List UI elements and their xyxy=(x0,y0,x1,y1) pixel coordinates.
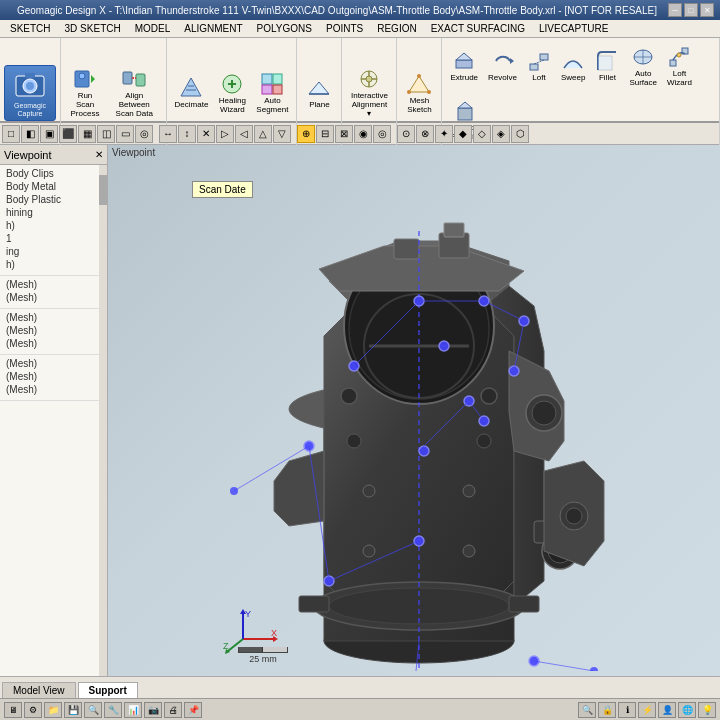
subtool-9[interactable]: ↔ xyxy=(159,125,177,143)
subtool-2[interactable]: ◧ xyxy=(21,125,39,143)
subtool-13[interactable]: ◁ xyxy=(235,125,253,143)
status-btn-11[interactable]: 🔍 xyxy=(578,702,596,718)
status-btn-14[interactable]: ⚡ xyxy=(638,702,656,718)
tree-item-mesh-4[interactable]: (Mesh) xyxy=(0,324,107,337)
status-btn-3[interactable]: 📁 xyxy=(44,702,62,718)
tree-item-1[interactable]: 1 xyxy=(0,232,107,245)
subtool-3[interactable]: ▣ xyxy=(40,125,58,143)
geomagic-capture-button[interactable]: GeomagicCapture xyxy=(4,65,56,121)
tree-item-mesh-5[interactable]: (Mesh) xyxy=(0,337,107,350)
plane-button[interactable]: Plane xyxy=(301,67,337,119)
status-btn-17[interactable]: 💡 xyxy=(698,702,716,718)
subtool-6[interactable]: ◫ xyxy=(97,125,115,143)
subtool-8[interactable]: ◎ xyxy=(135,125,153,143)
menu-item-points[interactable]: POINTS xyxy=(320,22,369,35)
tab-support[interactable]: Support xyxy=(78,682,138,698)
decimate-button[interactable]: Decimate xyxy=(171,67,213,119)
subtool-15[interactable]: ▽ xyxy=(273,125,291,143)
subtool-4[interactable]: ⬛ xyxy=(59,125,77,143)
tree-item-body-metal[interactable]: Body Metal xyxy=(0,180,107,193)
interactive-alignment-button[interactable]: InteractiveAlignment ▾ xyxy=(346,67,392,119)
tree-scrollbar[interactable] xyxy=(99,165,107,676)
tree-item-ing[interactable]: ing xyxy=(0,245,107,258)
status-btn-9[interactable]: 🖨 xyxy=(164,702,182,718)
subtool-19[interactable]: ◉ xyxy=(354,125,372,143)
tree-item-mesh-7[interactable]: (Mesh) xyxy=(0,370,107,383)
subtool-18[interactable]: ⊠ xyxy=(335,125,353,143)
status-btn-5[interactable]: 🔍 xyxy=(84,702,102,718)
subtool-1[interactable]: □ xyxy=(2,125,20,143)
subtool-25[interactable]: ◇ xyxy=(473,125,491,143)
close-button[interactable]: ✕ xyxy=(700,3,714,17)
auto-surface-icon xyxy=(631,45,655,69)
tree-item-mesh-3[interactable]: (Mesh) xyxy=(0,311,107,324)
tree-item-body-plastic[interactable]: Body Plastic xyxy=(0,193,107,206)
subtool-16[interactable]: ⊕ xyxy=(297,125,315,143)
align-scan-button[interactable]: Align BetweenScan Data xyxy=(107,67,162,119)
fillet-button[interactable]: Fillet xyxy=(591,40,623,92)
svg-rect-29 xyxy=(530,64,538,70)
sweep-button[interactable]: Sweep xyxy=(557,40,589,92)
menu-item-sketch[interactable]: SKETCH xyxy=(4,22,57,35)
subtool-17[interactable]: ⊟ xyxy=(316,125,334,143)
status-btn-1[interactable]: 🖥 xyxy=(4,702,22,718)
tab-model-view[interactable]: Model View xyxy=(2,682,76,698)
subtool-5[interactable]: ▦ xyxy=(78,125,96,143)
status-btn-6[interactable]: 🔧 xyxy=(104,702,122,718)
3d-model-svg: Vector6 xyxy=(154,151,674,671)
subtool-12[interactable]: ▷ xyxy=(216,125,234,143)
subtool-10[interactable]: ↕ xyxy=(178,125,196,143)
status-btn-4[interactable]: 💾 xyxy=(64,702,82,718)
auto-surface-button[interactable]: AutoSurface xyxy=(625,40,661,92)
subtool-27[interactable]: ⬡ xyxy=(511,125,529,143)
panel-close-button[interactable]: ✕ xyxy=(95,149,103,160)
extrude-button[interactable]: Extrude xyxy=(446,40,482,92)
subtool-14[interactable]: △ xyxy=(254,125,272,143)
tree-item-h[interactable]: h) xyxy=(0,219,107,232)
tree-item-h2[interactable]: h) xyxy=(0,258,107,271)
tree-item-mesh-8[interactable]: (Mesh) xyxy=(0,383,107,396)
viewport[interactable]: Viewpoint Scan Date xyxy=(108,145,720,676)
healing-wizard-button[interactable]: HealingWizard xyxy=(214,67,250,119)
status-btn-13[interactable]: ℹ xyxy=(618,702,636,718)
svg-point-55 xyxy=(341,388,357,404)
svg-point-76 xyxy=(439,341,449,351)
subtool-24[interactable]: ◆ xyxy=(454,125,472,143)
subtool-20[interactable]: ◎ xyxy=(373,125,391,143)
status-btn-8[interactable]: 📷 xyxy=(144,702,162,718)
menu-item-3d-sketch[interactable]: 3D SKETCH xyxy=(59,22,127,35)
subtool-23[interactable]: ✦ xyxy=(435,125,453,143)
maximize-button[interactable]: □ xyxy=(684,3,698,17)
status-btn-15[interactable]: 👤 xyxy=(658,702,676,718)
loft-button[interactable]: Loft xyxy=(523,40,555,92)
menu-item-polygons[interactable]: POLYGONS xyxy=(251,22,318,35)
subtool-26[interactable]: ◈ xyxy=(492,125,510,143)
run-scan-button[interactable]: Run ScanProcess xyxy=(65,67,105,119)
revolve-button[interactable]: Revolve xyxy=(484,40,521,92)
extrude-icon xyxy=(452,49,476,73)
status-btn-2[interactable]: ⚙ xyxy=(24,702,42,718)
status-btn-16[interactable]: 🌐 xyxy=(678,702,696,718)
tree-item-body-clips[interactable]: Body Clips xyxy=(0,167,107,180)
subtool-11[interactable]: ✕ xyxy=(197,125,215,143)
tree-item-hining[interactable]: hining xyxy=(0,206,107,219)
tree-item-mesh-1[interactable]: (Mesh) xyxy=(0,278,107,291)
menu-item-region[interactable]: REGION xyxy=(371,22,422,35)
subtool-21[interactable]: ⊙ xyxy=(397,125,415,143)
subtool-22[interactable]: ⊗ xyxy=(416,125,434,143)
menu-item-alignment[interactable]: ALIGNMENT xyxy=(178,22,248,35)
auto-segment-button[interactable]: AutoSegment xyxy=(252,67,292,119)
status-btn-10[interactable]: 📌 xyxy=(184,702,202,718)
loft-wizard-button[interactable]: LoftWizard xyxy=(663,40,696,92)
minimize-button[interactable]: ─ xyxy=(668,3,682,17)
menu-item-livecapture[interactable]: LIVECAPTURE xyxy=(533,22,614,35)
subtool-7[interactable]: ▭ xyxy=(116,125,134,143)
menu-item-model[interactable]: MODEL xyxy=(129,22,177,35)
mesh-sketch-button[interactable]: MeshSketch xyxy=(401,67,437,119)
menu-item-exact-surfacing[interactable]: EXACT SURFACING xyxy=(425,22,531,35)
tree-item-mesh-2[interactable]: (Mesh) xyxy=(0,291,107,304)
status-btn-7[interactable]: 📊 xyxy=(124,702,142,718)
svg-rect-36 xyxy=(670,60,676,66)
status-btn-12[interactable]: 🔒 xyxy=(598,702,616,718)
tree-item-mesh-6[interactable]: (Mesh) xyxy=(0,357,107,370)
